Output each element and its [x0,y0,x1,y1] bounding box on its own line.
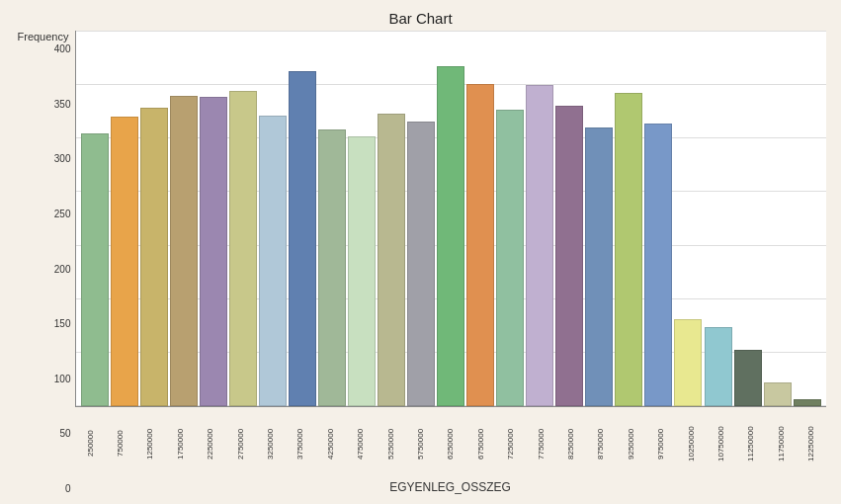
x-axis-title: EGYENLEG_OSSZEG [75,480,826,494]
bar [526,85,553,406]
y-axis-wrapper: Frequency 400350300250200150100500 [16,31,75,494]
y-tick: 0 [65,484,71,494]
bar-wrapper [377,31,406,406]
bar [140,108,168,406]
bar-wrapper [763,31,793,406]
bar-wrapper [733,31,763,406]
y-tick: 300 [54,154,71,164]
x-axis-label: 250000 [75,409,105,478]
bar [794,399,821,406]
bar-wrapper [643,31,673,406]
bar-wrapper [584,31,614,406]
bar-wrapper [317,31,347,406]
bar-wrapper [80,31,110,406]
bar [585,127,613,406]
x-axis-label: 9250000 [616,409,645,478]
x-axis-label: 1250000 [134,409,164,478]
x-axis-label: 3750000 [285,409,314,478]
y-ticks: 400350300250200150100500 [16,44,75,494]
plot-inner [75,31,826,407]
bar [466,84,494,406]
bar-wrapper [793,31,822,406]
bar-wrapper [614,31,643,406]
bar-wrapper [228,31,258,406]
x-axis-label: 6750000 [465,409,495,478]
bar-wrapper [169,31,199,406]
x-axis-label: 2750000 [225,409,255,478]
x-axis-label: 4250000 [315,409,345,478]
bar-wrapper [436,31,465,406]
bar [289,71,316,406]
bar-wrapper [139,31,169,406]
x-axis-label: 8250000 [555,409,585,478]
bar-wrapper [673,31,703,406]
bar [496,110,524,406]
y-axis-label: Frequency [16,31,75,42]
chart-plot-area: 2500007500001250000175000022500002750000… [75,31,826,494]
bar [555,106,583,406]
bar [437,66,464,406]
y-tick: 50 [59,429,70,439]
bar [348,136,376,406]
bar-wrapper [495,31,525,406]
x-axis-label: 6250000 [435,409,464,478]
bar-wrapper [525,31,554,406]
x-axis-label: 11250000 [735,409,765,478]
x-axis-label: 750000 [105,409,134,478]
bar-wrapper [347,31,377,406]
bar-wrapper [465,31,495,406]
x-axis-label: 1750000 [165,409,195,478]
x-axis-label: 5250000 [376,409,405,478]
chart-container: Bar Chart Frequency 40035030025020015010… [16,10,826,494]
bar [170,96,198,406]
x-axis-label: 10750000 [706,409,735,478]
y-tick: 250 [54,210,71,219]
bar [674,319,702,406]
bar-wrapper [406,31,436,406]
x-axis-labels: 2500007500001250000175000022500002750000… [75,409,826,478]
bar [615,93,642,406]
y-tick: 200 [54,265,71,275]
x-axis-label: 3250000 [255,409,285,478]
y-tick: 400 [54,44,71,54]
bar [407,122,435,406]
x-axis-label: 11750000 [766,409,796,478]
x-axis-label: 5750000 [405,409,435,478]
bar [259,116,287,407]
bar [318,129,346,406]
y-tick: 100 [54,375,71,384]
bar-wrapper [288,31,317,406]
chart-area: Frequency 400350300250200150100500 25000… [16,31,826,494]
x-axis-label: 7750000 [526,409,555,478]
bar-wrapper [110,31,139,406]
bar [705,327,732,406]
bar-wrapper [703,31,732,406]
bar [200,97,227,407]
bar [378,114,405,406]
x-axis-label: 2250000 [195,409,224,478]
y-tick: 150 [54,319,71,329]
x-axis-label: 12250000 [796,409,825,478]
bar [764,382,792,406]
bar [644,124,672,406]
bar [229,91,257,406]
x-axis-label: 8750000 [585,409,615,478]
bar-wrapper [554,31,584,406]
x-axis-label: 4750000 [345,409,375,478]
chart-title: Bar Chart [388,10,452,27]
bars-container [76,31,826,406]
x-axis-label: 9750000 [645,409,675,478]
bar-wrapper [199,31,228,406]
bar [81,133,109,406]
x-axis-label: 10250000 [676,409,706,478]
bar-wrapper [258,31,288,406]
bar [734,350,762,406]
bar [111,117,138,406]
x-axis-label: 7250000 [495,409,525,478]
y-tick: 350 [54,100,71,110]
